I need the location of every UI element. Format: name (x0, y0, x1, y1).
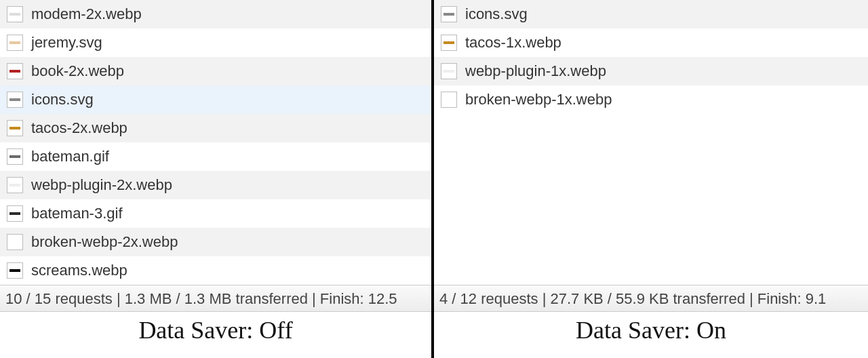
table-row[interactable]: tacos-1x.webp (434, 28, 868, 57)
file-thumb-icon (7, 120, 23, 136)
table-row[interactable]: screams.webp (0, 256, 431, 285)
file-thumb-icon (7, 262, 23, 279)
file-name: modem-2x.webp (31, 5, 142, 23)
file-thumb-icon (7, 148, 23, 165)
file-name: broken-webp-2x.webp (31, 233, 178, 251)
table-row[interactable]: modem-2x.webp (0, 0, 431, 28)
spacer (434, 114, 868, 285)
file-thumb-icon (441, 6, 457, 22)
file-name: tacos-1x.webp (465, 34, 561, 52)
split-view: modem-2x.webpjeremy.svgbook-2x.webpicons… (0, 0, 868, 358)
table-row[interactable]: jeremy.svg (0, 28, 431, 57)
file-name: jeremy.svg (31, 34, 102, 52)
table-row[interactable]: webp-plugin-2x.webp (0, 171, 431, 199)
file-name: bateman.gif (31, 148, 109, 165)
file-thumb-icon (7, 92, 23, 108)
file-thumb-icon (7, 234, 23, 250)
file-list-right: icons.svgtacos-1x.webpwebp-plugin-1x.web… (434, 0, 868, 114)
file-name: icons.svg (31, 91, 94, 108)
table-row[interactable]: icons.svg (0, 85, 431, 114)
file-list-left: modem-2x.webpjeremy.svgbook-2x.webpicons… (0, 0, 431, 285)
file-name: book-2x.webp (31, 62, 124, 80)
file-name: bateman-3.gif (31, 205, 123, 222)
pane-right: icons.svgtacos-1x.webpwebp-plugin-1x.web… (434, 0, 868, 358)
file-name: icons.svg (465, 5, 528, 23)
file-thumb-icon (7, 63, 23, 79)
file-thumb-icon (7, 6, 23, 22)
table-row[interactable]: bateman-3.gif (0, 199, 431, 228)
file-thumb-icon (441, 63, 457, 79)
file-name: tacos-2x.webp (31, 119, 127, 137)
table-row[interactable]: tacos-2x.webp (0, 114, 431, 142)
status-bar-right: 4 / 12 requests | 27.7 KB / 55.9 KB tran… (434, 285, 868, 312)
caption-left: Data Saver: Off (0, 312, 431, 358)
table-row[interactable]: webp-plugin-1x.webp (434, 57, 868, 85)
table-row[interactable]: book-2x.webp (0, 57, 431, 85)
table-row[interactable]: bateman.gif (0, 142, 431, 171)
caption-right: Data Saver: On (434, 312, 868, 358)
pane-left: modem-2x.webpjeremy.svgbook-2x.webpicons… (0, 0, 434, 358)
file-thumb-icon (441, 92, 457, 108)
table-row[interactable]: icons.svg (434, 0, 868, 28)
file-thumb-icon (441, 35, 457, 51)
table-row[interactable]: broken-webp-1x.webp (434, 85, 868, 114)
file-name: webp-plugin-1x.webp (465, 62, 606, 80)
file-name: broken-webp-1x.webp (465, 91, 612, 108)
file-name: screams.webp (31, 262, 127, 279)
status-bar-left: 10 / 15 requests | 1.3 MB / 1.3 MB trans… (0, 285, 431, 312)
file-name: webp-plugin-2x.webp (31, 176, 172, 194)
table-row[interactable]: broken-webp-2x.webp (0, 228, 431, 256)
file-thumb-icon (7, 35, 23, 51)
file-thumb-icon (7, 177, 23, 193)
file-thumb-icon (7, 205, 23, 222)
